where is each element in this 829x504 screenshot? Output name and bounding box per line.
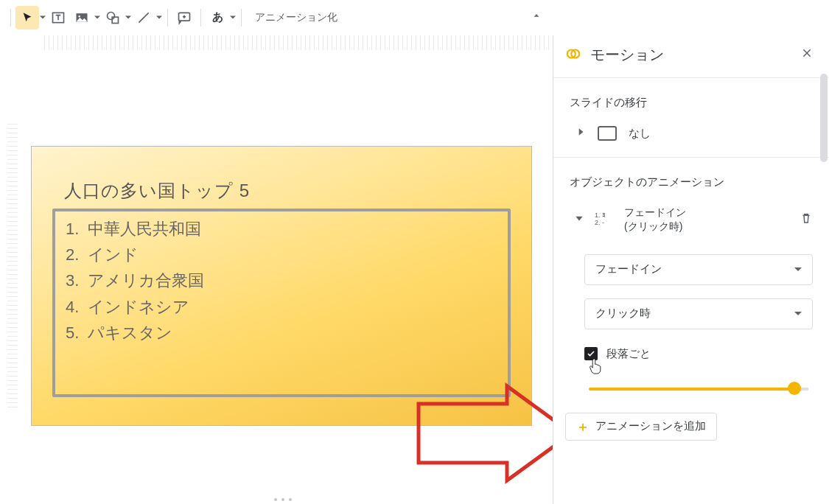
duration-slider[interactable] — [589, 382, 808, 396]
line-tool-caret[interactable] — [155, 15, 163, 21]
trash-icon — [800, 211, 813, 225]
motion-panel: モーション スライドの移行 なし オブジェクトのアニメーション 1. ﾖ 2. … — [553, 35, 829, 504]
list-item: 1.中華人民共和国 — [66, 216, 204, 242]
image-icon — [74, 10, 89, 25]
shape-tool-caret[interactable] — [125, 15, 132, 21]
effect-select-value: フェードイン — [595, 262, 662, 276]
transition-row[interactable]: なし — [553, 119, 829, 157]
horizontal-ruler — [44, 35, 553, 50]
caret-down-icon — [794, 264, 802, 276]
by-paragraph-row[interactable]: 段落ごと — [584, 347, 813, 361]
line-tool[interactable] — [132, 6, 155, 29]
chevron-right-icon — [576, 127, 586, 140]
panel-header: モーション — [553, 35, 829, 77]
check-icon — [587, 349, 595, 358]
section-transition-label: スライドの移行 — [553, 78, 829, 119]
separator — [241, 9, 242, 27]
slide-title: 人口の多い国トップ 5 — [64, 179, 250, 203]
trigger-select-value: クリック時 — [595, 307, 651, 321]
list-item: 3.アメリカ合衆国 — [66, 267, 204, 293]
vertical-ruler — [7, 124, 18, 411]
slide-thumb-icon — [598, 126, 617, 141]
slider-track — [589, 388, 808, 391]
add-animation-label: アニメーションを追加 — [595, 419, 706, 433]
left-gutter — [0, 35, 22, 504]
section-object-anim-label: オブジェクトのアニメーション — [553, 158, 829, 198]
add-animation-button[interactable]: ＋ アニメーションを追加 — [565, 413, 717, 441]
checkbox-checked[interactable] — [584, 347, 598, 360]
comment-tool[interactable] — [172, 6, 196, 29]
caret-down-icon — [794, 308, 802, 320]
plus-icon: ＋ — [576, 420, 590, 433]
cursor-tool[interactable] — [15, 6, 39, 29]
svg-rect-4 — [112, 17, 118, 23]
trigger-select[interactable]: クリック時 — [584, 298, 813, 329]
effect-select[interactable]: フェードイン — [584, 254, 813, 285]
input-tool-caret[interactable] — [229, 15, 237, 21]
comment-plus-icon — [177, 10, 192, 25]
image-tool-caret[interactable] — [94, 15, 101, 21]
separator — [10, 9, 11, 27]
animation-menu-label[interactable]: アニメーション化 — [246, 11, 346, 24]
svg-point-2 — [78, 15, 80, 17]
animation-order-icon: 1. ﾖ 2. - — [595, 212, 614, 227]
close-button[interactable] — [797, 43, 817, 67]
motion-icon — [565, 46, 581, 65]
panel-title: モーション — [590, 45, 788, 65]
slide[interactable]: 人口の多い国トップ 5 1.中華人民共和国 2.インド 3.アメリカ合衆国 4.… — [31, 146, 532, 426]
cursor-icon — [21, 12, 33, 24]
list-item: 4.インドネシア — [66, 294, 204, 320]
canvas-area: 人口の多い国トップ 5 1.中華人民共和国 2.インド 3.アメリカ合衆国 4.… — [22, 35, 553, 504]
toolbar: あ アニメーション化 — [0, 0, 829, 35]
toolbar-collapse[interactable] — [531, 10, 542, 24]
shape-icon — [105, 10, 120, 25]
slide-list[interactable]: 1.中華人民共和国 2.インド 3.アメリカ合衆国 4.インドネシア 5.パキス… — [66, 216, 204, 346]
chevron-down-icon — [574, 213, 584, 226]
textbox-icon — [51, 10, 66, 25]
separator — [167, 9, 168, 27]
animation-item[interactable]: 1. ﾖ 2. - フェードイン (クリック時) — [553, 198, 829, 241]
textbox-tool[interactable] — [46, 6, 70, 29]
resize-handle[interactable] — [274, 498, 292, 501]
input-tool[interactable]: あ — [206, 6, 229, 29]
separator — [200, 9, 201, 27]
main: 人口の多い国トップ 5 1.中華人民共和国 2.インド 3.アメリカ合衆国 4.… — [0, 35, 829, 504]
shape-tool[interactable] — [101, 6, 125, 29]
transition-none-label: なし — [629, 127, 651, 141]
close-icon — [801, 47, 813, 59]
checkbox-label: 段落ごと — [606, 347, 651, 361]
delete-animation-button[interactable] — [800, 211, 813, 228]
cursor-tool-caret[interactable] — [39, 15, 46, 21]
slider-thumb[interactable] — [788, 382, 801, 395]
line-icon — [136, 10, 151, 25]
image-tool[interactable] — [70, 6, 94, 29]
list-item: 5.パキスタン — [66, 320, 204, 346]
list-item: 2.インド — [66, 242, 204, 267]
animation-labels: フェードイン (クリック時) — [624, 206, 789, 234]
scrollbar-thumb[interactable] — [820, 74, 828, 162]
svg-point-3 — [108, 12, 115, 19]
